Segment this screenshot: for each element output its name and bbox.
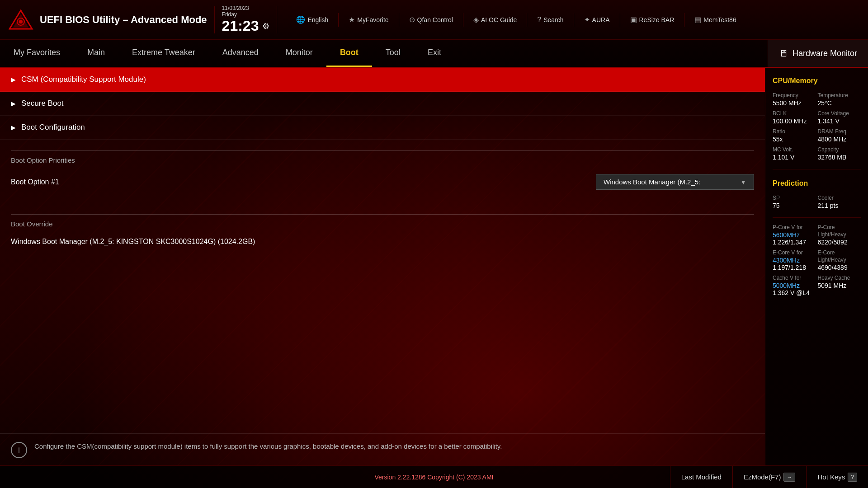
hw-ratio-value: 55x (773, 136, 816, 143)
tool-myfavorite[interactable]: ★ MyFavorite (344, 13, 393, 27)
tool-resizebar[interactable]: ▣ ReSize BAR (626, 13, 679, 27)
myfavorite-label: MyFavorite (357, 16, 388, 23)
nav-boot[interactable]: Boot (326, 40, 372, 67)
hw-temperature-value: 25°C (818, 99, 861, 107)
boot-config-arrow: ▶ (11, 124, 16, 131)
nav-my-favorites[interactable]: My Favorites (0, 40, 74, 67)
hw-temperature: Temperature 25°C (818, 92, 861, 107)
hw-pcore-v-value: 1.226/1.347 (773, 239, 816, 246)
boot-option-1-label: Boot Option #1 (11, 178, 59, 186)
nav-tool[interactable]: Tool (372, 40, 414, 67)
menu-item-secure-boot[interactable]: ▶ Secure Boot (0, 92, 765, 116)
tool-qfan[interactable]: ⊙ Qfan Control (405, 13, 458, 27)
hw-pcore-lh-label: P-Core (818, 224, 861, 230)
prediction-title: Prediction (773, 179, 861, 188)
hot-keys-button[interactable]: Hot Keys ? (806, 466, 868, 488)
hw-frequency: Frequency 5500 MHz (773, 92, 816, 107)
hw-cache-v-value: 1.362 V @L4 (773, 289, 816, 296)
hw-dram-freq-label: DRAM Freq. (818, 128, 861, 135)
hw-cache-lh: Heavy Cache 5091 MHz (818, 275, 861, 296)
hardware-monitor-label: Hardware Monitor (793, 49, 857, 58)
nav-advanced[interactable]: Advanced (209, 40, 272, 67)
hw-mc-volt-label: MC Volt. (773, 146, 816, 153)
nav-items: My Favorites Main Extreme Tweaker Advanc… (0, 40, 768, 67)
dropdown-value: Windows Boot Manager (M.2_5: (604, 178, 700, 186)
secure-boot-arrow: ▶ (11, 100, 16, 107)
nav-extreme-tweaker[interactable]: Extreme Tweaker (118, 40, 209, 67)
hw-grid: Frequency 5500 MHz Temperature 25°C BCLK… (773, 92, 861, 161)
hw-temperature-label: Temperature (818, 92, 861, 99)
qfan-label: Qfan Control (417, 16, 453, 23)
memtest-label: MemTest86 (703, 16, 736, 23)
section-divider-1 (11, 150, 754, 151)
boot-override-item[interactable]: Windows Boot Manager (M.2_5: KINGSTON SK… (11, 233, 754, 250)
hw-pcore-lh: P-Core Light/Heavy 6220/5892 (818, 224, 861, 246)
hw-ecore-lh: E-Core Light/Heavy 4690/4389 (818, 249, 861, 271)
section-divider-2 (11, 214, 754, 215)
date-display: 11/03/2023Friday (222, 5, 249, 18)
hw-bclk: BCLK 100.00 MHz (773, 110, 816, 125)
tool-divider-4 (527, 13, 527, 27)
hw-ecore-lh-value: 4690/4389 (818, 264, 861, 271)
time-section: 21:23 ⚙ (222, 18, 270, 34)
time-display: 21:23 (222, 18, 259, 34)
tool-divider-5 (574, 13, 574, 27)
logo-section: UEFI BIOS Utility – Advanced Mode (7, 9, 207, 31)
secure-boot-label: Secure Boot (21, 99, 64, 108)
nav-exit[interactable]: Exit (414, 40, 455, 67)
resizebar-icon: ▣ (630, 15, 637, 24)
hw-cache-v-label: Cache V for (773, 275, 816, 281)
hw-sp-value: 75 (773, 202, 816, 209)
bottom-actions: Last Modified EzMode(F7) → Hot Keys ? (670, 466, 868, 488)
rog-logo (7, 9, 34, 31)
ez-mode-label: EzMode(F7) (744, 473, 781, 481)
left-panel: ▶ CSM (Compatibility Support Module) ▶ S… (0, 68, 765, 465)
hw-pcore-lh-sub: Light/Heavy (818, 231, 861, 238)
menu-item-csm[interactable]: ▶ CSM (Compatibility Support Module) (0, 68, 765, 92)
hw-bclk-value: 100.00 MHz (773, 117, 816, 125)
datetime-section: 11/03/2023Friday 21:23 ⚙ (222, 5, 270, 34)
hw-sp: SP 75 (773, 195, 816, 209)
top-bar: UEFI BIOS Utility – Advanced Mode 11/03/… (0, 0, 868, 40)
language-icon: 🌐 (296, 15, 305, 24)
content-spacer (0, 258, 765, 433)
pred-sp-cooler: SP 75 Cooler 211 pts (773, 195, 861, 209)
hw-cache-v: Cache V for 5000MHz 1.362 V @L4 (773, 275, 816, 296)
info-bar: i Configure the CSM(compatibility suppor… (0, 433, 765, 465)
info-icon: i (11, 442, 27, 458)
tool-memtest[interactable]: ▤ MemTest86 (690, 13, 741, 27)
hw-divider-1 (773, 169, 861, 169)
tool-aura[interactable]: ✦ AURA (580, 13, 614, 27)
boot-option-1-dropdown[interactable]: Windows Boot Manager (M.2_5: ▼ (596, 174, 754, 190)
info-text: Configure the CSM(compatibility support … (34, 441, 502, 452)
hw-ecore-v: E-Core V for 4300MHz 1.197/1.218 (773, 249, 816, 271)
hw-core-voltage-value: 1.341 V (818, 117, 861, 125)
ez-mode-button[interactable]: EzMode(F7) → (732, 466, 807, 488)
aura-icon: ✦ (584, 15, 590, 24)
nav-hardware-monitor[interactable]: 🖥 Hardware Monitor (768, 40, 868, 67)
hw-capacity-value: 32768 MB (818, 154, 861, 161)
hw-ecore-v-label: E-Core V for (773, 249, 816, 256)
qfan-icon: ⊙ (409, 15, 415, 24)
hw-frequency-value: 5500 MHz (773, 99, 816, 107)
menu-item-boot-config[interactable]: ▶ Boot Configuration (0, 116, 765, 140)
ez-mode-arrow-icon: → (783, 473, 795, 482)
hw-capacity: Capacity 32768 MB (818, 146, 861, 161)
nav-monitor[interactable]: Monitor (272, 40, 326, 67)
app-title: UEFI BIOS Utility – Advanced Mode (40, 14, 207, 26)
settings-icon[interactable]: ⚙ (262, 21, 269, 31)
main-nav: My Favorites Main Extreme Tweaker Advanc… (0, 40, 868, 68)
tool-english[interactable]: 🌐 English (292, 13, 333, 27)
last-modified-button[interactable]: Last Modified (670, 466, 732, 488)
bottom-bar: Version 2.22.1286 Copyright (C) 2023 AMI… (0, 465, 868, 488)
tool-search[interactable]: ? Search (533, 13, 568, 27)
boot-option-1-row: Boot Option #1 Windows Boot Manager (M.2… (11, 169, 754, 194)
top-nav-tools: 🌐 English ★ MyFavorite ⊙ Qfan Control ◈ … (292, 13, 861, 27)
aioc-label: AI OC Guide (481, 16, 517, 23)
nav-main[interactable]: Main (74, 40, 118, 67)
tool-aioc[interactable]: ◈ AI OC Guide (469, 13, 521, 27)
top-divider (214, 6, 215, 33)
version-text: Version 2.22.1286 Copyright (C) 2023 AMI (374, 474, 493, 481)
hw-ecore-v-value: 1.197/1.218 (773, 264, 816, 271)
search-icon: ? (537, 16, 541, 24)
